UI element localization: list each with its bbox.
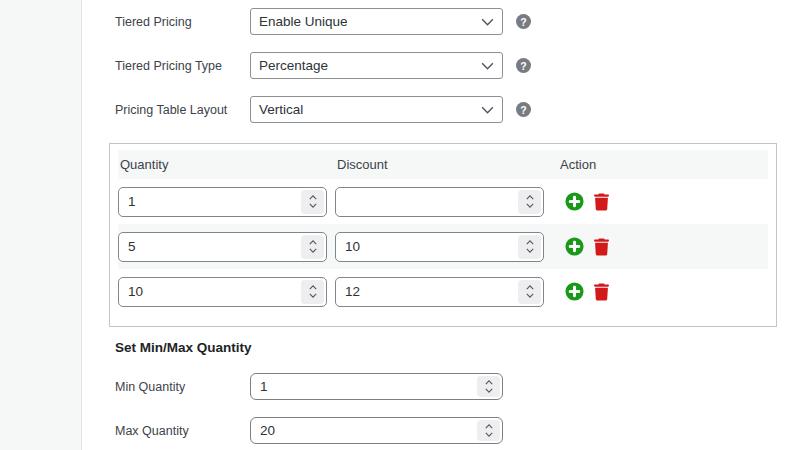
plus-circle-icon bbox=[565, 192, 584, 211]
pricing-table-layout-select-wrap: Vertical bbox=[250, 96, 503, 123]
discount-column-header: Discount bbox=[335, 157, 544, 172]
quantity-input[interactable] bbox=[118, 187, 327, 217]
action-cell bbox=[552, 192, 609, 211]
quantity-field-wrap bbox=[118, 187, 327, 217]
action-cell bbox=[552, 237, 609, 256]
stepper-down-icon bbox=[485, 388, 493, 393]
quantity-input[interactable] bbox=[118, 232, 327, 262]
stepper-up-icon bbox=[526, 285, 534, 290]
stepper-up-icon bbox=[485, 380, 493, 385]
number-stepper[interactable] bbox=[518, 235, 541, 259]
tiered-pricing-type-select-wrap: Percentage bbox=[250, 52, 503, 79]
setting-row-tiered-pricing-type: Tiered Pricing Type Percentage ? bbox=[83, 52, 799, 79]
stepper-up-icon bbox=[526, 195, 534, 200]
min-quantity-field-wrap bbox=[250, 373, 503, 400]
number-stepper[interactable] bbox=[301, 190, 324, 214]
setting-row-tiered-pricing: Tiered Pricing Enable Unique ? bbox=[83, 8, 799, 35]
delete-tier-button[interactable] bbox=[594, 193, 609, 211]
stepper-up-icon bbox=[309, 240, 317, 245]
min-quantity-label: Min Quantity bbox=[115, 380, 250, 394]
stepper-down-icon bbox=[309, 248, 317, 253]
setting-row-min-quantity: Min Quantity bbox=[83, 373, 799, 400]
min-quantity-input[interactable] bbox=[250, 373, 503, 400]
number-stepper[interactable] bbox=[477, 376, 500, 397]
number-stepper[interactable] bbox=[518, 190, 541, 214]
number-stepper[interactable] bbox=[301, 235, 324, 259]
help-icon[interactable]: ? bbox=[516, 58, 531, 73]
table-row bbox=[118, 224, 768, 269]
quantity-column-header: Quantity bbox=[118, 157, 327, 172]
help-icon[interactable]: ? bbox=[516, 102, 531, 117]
action-cell bbox=[552, 282, 609, 301]
left-gutter bbox=[0, 0, 82, 450]
add-tier-button[interactable] bbox=[565, 282, 584, 301]
setting-row-max-quantity: Max Quantity bbox=[83, 417, 799, 444]
discount-field-wrap bbox=[335, 232, 544, 262]
number-stepper[interactable] bbox=[477, 420, 500, 441]
add-tier-button[interactable] bbox=[565, 237, 584, 256]
stepper-down-icon bbox=[485, 432, 493, 437]
trash-icon bbox=[594, 283, 609, 301]
discount-input[interactable] bbox=[335, 277, 544, 307]
stepper-down-icon bbox=[526, 248, 534, 253]
stepper-up-icon bbox=[309, 285, 317, 290]
quantity-field-wrap bbox=[118, 277, 327, 307]
stepper-up-icon bbox=[526, 240, 534, 245]
delete-tier-button[interactable] bbox=[594, 283, 609, 301]
stepper-down-icon bbox=[526, 203, 534, 208]
stepper-down-icon bbox=[309, 203, 317, 208]
plus-circle-icon bbox=[565, 237, 584, 256]
tiered-pricing-label: Tiered Pricing bbox=[115, 15, 250, 29]
number-stepper[interactable] bbox=[301, 280, 324, 304]
table-row bbox=[118, 269, 768, 314]
plus-circle-icon bbox=[565, 282, 584, 301]
max-quantity-input[interactable] bbox=[250, 417, 503, 444]
tiered-pricing-type-label: Tiered Pricing Type bbox=[115, 59, 250, 73]
discount-input[interactable] bbox=[335, 232, 544, 262]
trash-icon bbox=[594, 193, 609, 211]
tiered-pricing-select[interactable]: Enable Unique bbox=[250, 8, 503, 35]
number-stepper[interactable] bbox=[518, 280, 541, 304]
discount-field-wrap bbox=[335, 277, 544, 307]
quantity-field-wrap bbox=[118, 232, 327, 262]
add-tier-button[interactable] bbox=[565, 192, 584, 211]
pricing-table-layout-select[interactable]: Vertical bbox=[250, 96, 503, 123]
pricing-table-layout-label: Pricing Table Layout bbox=[115, 103, 250, 117]
quantity-input[interactable] bbox=[118, 277, 327, 307]
minmax-section-heading: Set Min/Max Quantity bbox=[115, 340, 799, 355]
tiered-pricing-table: Quantity Discount Action bbox=[109, 143, 777, 327]
stepper-up-icon bbox=[309, 195, 317, 200]
trash-icon bbox=[594, 238, 609, 256]
max-quantity-label: Max Quantity bbox=[115, 424, 250, 438]
table-row bbox=[118, 179, 768, 224]
delete-tier-button[interactable] bbox=[594, 238, 609, 256]
setting-row-pricing-table-layout: Pricing Table Layout Vertical ? bbox=[83, 96, 799, 123]
help-icon[interactable]: ? bbox=[516, 14, 531, 29]
tiered-pricing-type-select[interactable]: Percentage bbox=[250, 52, 503, 79]
stepper-down-icon bbox=[309, 293, 317, 298]
table-header-row: Quantity Discount Action bbox=[118, 150, 768, 179]
settings-panel: Tiered Pricing Enable Unique ? Tiered Pr… bbox=[83, 0, 799, 450]
action-column-header: Action bbox=[558, 157, 596, 172]
stepper-up-icon bbox=[485, 424, 493, 429]
max-quantity-field-wrap bbox=[250, 417, 503, 444]
discount-input[interactable] bbox=[335, 187, 544, 217]
tiered-pricing-select-wrap: Enable Unique bbox=[250, 8, 503, 35]
discount-field-wrap bbox=[335, 187, 544, 217]
stepper-down-icon bbox=[526, 293, 534, 298]
